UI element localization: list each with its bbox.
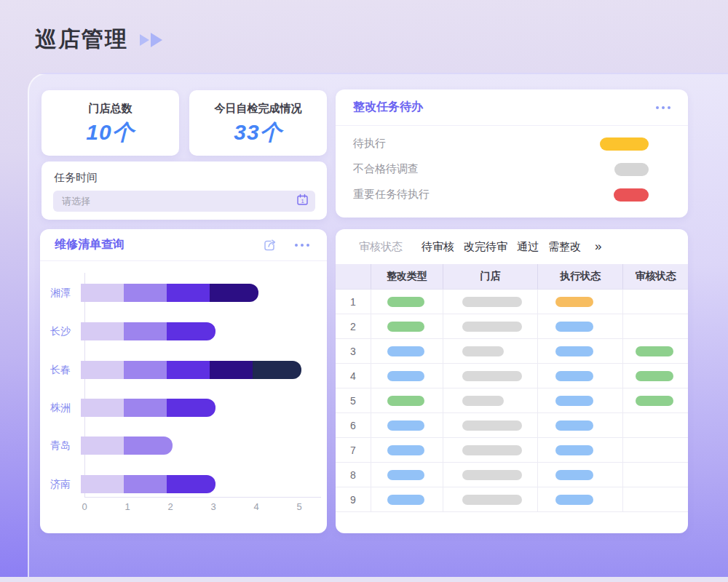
type-status-pill	[387, 297, 424, 307]
table-row[interactable]: 6	[336, 413, 688, 438]
todo-item[interactable]: 待执行	[336, 131, 688, 156]
table-row[interactable]: 4	[336, 364, 688, 388]
chart-y-axis	[84, 273, 85, 497]
filter-option-passed[interactable]: 通过	[517, 240, 539, 254]
task-time-placeholder: 请选择	[62, 195, 90, 208]
table-row[interactable]: 5	[336, 388, 688, 413]
store-pill	[462, 396, 504, 406]
todo-card-title: 整改任务待办	[353, 100, 423, 115]
repair-list-card: 维修清单查询 湘潭长沙长春株洲青岛济南012345	[40, 229, 327, 533]
review-table-card: 审核状态 待审核 改完待审 通过 需整改 » 整改类型 门店 执行状态 审核状态…	[336, 229, 688, 533]
task-time-label: 任务时间	[54, 171, 98, 185]
table-body: 123456789	[336, 290, 688, 512]
store-pill	[462, 346, 504, 356]
chart-bar-row: 长沙	[40, 322, 215, 340]
table-row[interactable]: 3	[336, 339, 688, 364]
table-row[interactable]: 7	[336, 438, 688, 463]
column-header-type: 整改类型	[371, 264, 443, 289]
bar-segment	[124, 284, 167, 302]
column-header-review: 审核状态	[622, 264, 688, 289]
x-axis-tick: 0	[76, 501, 93, 512]
todo-item-label: 不合格待调查	[353, 162, 419, 176]
type-status-pill	[387, 322, 424, 332]
column-header	[336, 264, 371, 289]
table-row[interactable]: 8	[336, 463, 688, 487]
exec-status-pill	[555, 371, 593, 381]
filter-option-pending[interactable]: 待审核	[422, 240, 454, 254]
todo-count-pill	[614, 163, 649, 176]
x-axis-tick: 4	[248, 501, 265, 512]
filter-option-rework[interactable]: 需整改	[548, 240, 581, 254]
bar-segment	[167, 361, 210, 379]
bar-segment	[124, 399, 167, 417]
exec-status-pill	[555, 322, 593, 332]
todo-item[interactable]: 不合格待调查	[336, 156, 688, 182]
bar-segment	[81, 399, 124, 417]
todo-item[interactable]: 重要任务待执行	[336, 182, 688, 207]
page-title: 巡店管理	[35, 25, 128, 55]
bar-segment	[124, 361, 167, 379]
type-status-pill	[387, 371, 424, 381]
stacked-bar[interactable]	[81, 399, 215, 417]
stat-value: 33个	[189, 118, 327, 148]
stat-label: 今日自检完成情况	[189, 102, 327, 116]
row-index: 2	[336, 314, 371, 338]
exec-status-pill	[555, 346, 593, 356]
filter-option-rereview[interactable]: 改完待审	[464, 240, 507, 254]
bar-segment	[124, 322, 167, 340]
bar-segment	[81, 436, 124, 455]
row-index: 9	[336, 487, 371, 511]
chart-category-label: 株洲	[40, 402, 81, 415]
exec-status-pill	[555, 445, 593, 455]
review-status-pill	[636, 396, 673, 406]
type-status-pill	[387, 470, 424, 480]
exec-status-pill	[555, 470, 593, 480]
row-index: 1	[336, 290, 371, 314]
chart-bar-row: 济南	[40, 475, 215, 493]
x-axis-tick: 2	[162, 501, 179, 512]
row-index: 4	[336, 364, 371, 388]
chart-category-label: 济南	[40, 478, 81, 491]
bar-segment	[124, 436, 173, 455]
store-pill	[462, 420, 522, 431]
type-status-pill	[387, 396, 424, 406]
stacked-bar[interactable]	[81, 361, 301, 379]
table-row[interactable]: 2	[336, 314, 688, 339]
table-header-row: 整改类型 门店 执行状态 审核状态	[336, 264, 688, 290]
bar-segment	[81, 322, 124, 340]
repair-bar-chart: 湘潭长沙长春株洲青岛济南012345	[40, 267, 327, 533]
x-axis-tick: 3	[205, 501, 222, 512]
play-icon	[140, 34, 149, 46]
store-pill	[462, 495, 522, 505]
stat-card-total-stores: 门店总数 10个	[41, 90, 179, 156]
bar-segment	[253, 361, 301, 379]
store-pill	[462, 322, 522, 332]
chart-bar-row: 湘潭	[40, 284, 258, 302]
chevron-double-right-icon[interactable]: »	[595, 239, 601, 254]
stacked-bar[interactable]	[81, 436, 173, 455]
task-time-input[interactable]: 请选择 1	[53, 191, 315, 212]
table-row[interactable]: 1	[336, 290, 688, 314]
bar-segment	[167, 284, 210, 302]
chart-category-label: 长沙	[40, 325, 81, 338]
stacked-bar[interactable]	[81, 475, 215, 493]
stacked-bar[interactable]	[81, 284, 258, 302]
page-header: 巡店管理	[35, 25, 162, 55]
review-status-pill	[636, 371, 673, 381]
ellipsis-icon[interactable]	[292, 244, 309, 247]
todo-count-pill	[600, 137, 649, 151]
stacked-bar[interactable]	[81, 322, 215, 340]
calendar-icon[interactable]: 1	[296, 194, 309, 209]
table-row[interactable]: 9	[336, 487, 688, 512]
exec-status-pill	[555, 396, 593, 406]
play-icon	[151, 33, 162, 47]
share-icon[interactable]	[263, 238, 277, 252]
task-time-card: 任务时间 请选择 1	[41, 162, 327, 220]
row-index: 7	[336, 438, 371, 462]
exec-status-pill	[555, 297, 593, 307]
filter-label: 审核状态	[359, 240, 403, 254]
todo-item-label: 待执行	[353, 137, 386, 151]
type-status-pill	[387, 445, 424, 455]
store-pill	[462, 470, 522, 480]
ellipsis-icon[interactable]	[653, 106, 670, 109]
